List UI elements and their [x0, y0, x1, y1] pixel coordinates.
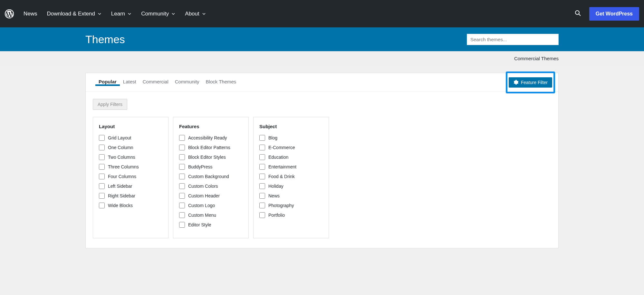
checkbox[interactable]	[99, 174, 105, 179]
chevron-down-icon	[98, 12, 101, 16]
checkbox[interactable]	[179, 164, 185, 170]
filter-label: BuddyPress	[188, 164, 212, 169]
filter-option[interactable]: Four Columns	[99, 174, 162, 179]
checkbox[interactable]	[259, 193, 265, 199]
filter-option[interactable]: E-Commerce	[259, 145, 323, 150]
chevron-down-icon	[171, 12, 175, 16]
tabs-row: Popular Latest Commercial Community Bloc…	[86, 73, 558, 92]
filter-option[interactable]: Education	[259, 154, 323, 160]
checkbox[interactable]	[259, 212, 265, 218]
checkbox[interactable]	[179, 212, 185, 218]
filter-option[interactable]: BuddyPress	[179, 164, 243, 170]
filter-label: Food & Drink	[268, 174, 295, 179]
checkbox[interactable]	[99, 145, 105, 150]
filter-option[interactable]: Right Sidebar	[99, 193, 162, 199]
chevron-down-icon	[128, 12, 131, 16]
filter-label: Three Columns	[108, 164, 139, 169]
tab-commercial[interactable]: Commercial	[139, 79, 172, 84]
checkbox[interactable]	[99, 203, 105, 208]
filter-label: Education	[268, 155, 288, 160]
filter-option[interactable]: Accessibility Ready	[179, 135, 243, 141]
wordpress-logo[interactable]	[5, 9, 14, 18]
filter-label: Holiday	[268, 184, 284, 189]
filter-option[interactable]: Grid Layout	[99, 135, 162, 141]
filter-option[interactable]: Custom Header	[179, 193, 243, 199]
filter-option[interactable]: Food & Drink	[259, 174, 323, 179]
checkbox[interactable]	[179, 154, 185, 160]
filter-group-title: Subject	[259, 124, 323, 129]
filter-option[interactable]: Custom Background	[179, 174, 243, 179]
checkbox[interactable]	[179, 203, 185, 208]
apply-filters-button[interactable]: Apply Filters	[93, 99, 127, 110]
filter-option[interactable]: Three Columns	[99, 164, 162, 170]
checkbox[interactable]	[259, 154, 265, 160]
checkbox[interactable]	[99, 135, 105, 141]
filter-option[interactable]: Custom Colors	[179, 183, 243, 189]
filter-option[interactable]: Block Editor Patterns	[179, 145, 243, 150]
filter-label: Right Sidebar	[108, 193, 135, 198]
checkbox[interactable]	[179, 145, 185, 150]
filter-option[interactable]: Block Editor Styles	[179, 154, 243, 160]
checkbox[interactable]	[259, 174, 265, 179]
tab-latest[interactable]: Latest	[120, 79, 139, 84]
page-title: Themes	[85, 33, 125, 46]
nav-download[interactable]: Download & Extend	[47, 11, 101, 17]
tab-community[interactable]: Community	[172, 79, 203, 84]
filter-option[interactable]: Entertainment	[259, 164, 323, 170]
checkbox[interactable]	[179, 135, 185, 141]
search-themes-input[interactable]	[467, 34, 559, 45]
nav-label: Community	[141, 11, 169, 17]
filter-label: Wide Blocks	[108, 203, 133, 208]
nav-news[interactable]: News	[24, 11, 37, 17]
filter-label: Grid Layout	[108, 135, 131, 140]
search-icon	[575, 10, 581, 16]
nav-label: Learn	[111, 11, 125, 17]
nav-label: News	[24, 11, 37, 17]
filter-card-layout: Layout Grid Layout One Column Two Column…	[93, 117, 168, 238]
filter-option[interactable]: News	[259, 193, 323, 199]
filter-card-subject: Subject Blog E-Commerce Education Entert…	[253, 117, 329, 238]
filter-option[interactable]: One Column	[99, 145, 162, 150]
checkbox[interactable]	[179, 222, 185, 228]
filter-option[interactable]: Portfolio	[259, 212, 323, 218]
checkbox[interactable]	[179, 193, 185, 199]
checkbox[interactable]	[259, 135, 265, 141]
filter-option[interactable]: Blog	[259, 135, 323, 141]
checkbox[interactable]	[179, 174, 185, 179]
filter-option[interactable]: Custom Logo	[179, 203, 243, 208]
filter-group-title: Features	[179, 124, 243, 129]
filter-option[interactable]: Photography	[259, 203, 323, 208]
checkbox[interactable]	[99, 154, 105, 160]
filter-group-title: Layout	[99, 124, 162, 129]
filter-option[interactable]: Holiday	[259, 183, 323, 189]
tabs-list: Popular Latest Commercial Community Bloc…	[95, 79, 239, 86]
nav-community[interactable]: Community	[141, 11, 175, 17]
checkbox[interactable]	[179, 183, 185, 189]
commercial-themes-link[interactable]: Commercial Themes	[514, 56, 559, 61]
feature-filter-button[interactable]: Feature Filter	[509, 77, 552, 88]
checkbox[interactable]	[259, 183, 265, 189]
checkbox[interactable]	[99, 183, 105, 189]
checkbox[interactable]	[259, 164, 265, 170]
filter-label: Four Columns	[108, 174, 136, 179]
filter-label: Blog	[268, 135, 277, 140]
tab-block-themes[interactable]: Block Themes	[203, 79, 240, 84]
nav-about[interactable]: About	[185, 11, 206, 17]
checkbox[interactable]	[99, 193, 105, 199]
nav-learn[interactable]: Learn	[111, 11, 131, 17]
filter-option[interactable]: Wide Blocks	[99, 203, 162, 208]
checkbox[interactable]	[259, 145, 265, 150]
search-icon-button[interactable]	[575, 10, 581, 18]
get-wordpress-button[interactable]: Get WordPress	[589, 7, 639, 21]
filter-option[interactable]: Custom Menu	[179, 212, 243, 218]
filter-option[interactable]: Two Columns	[99, 154, 162, 160]
tab-popular[interactable]: Popular	[95, 79, 120, 86]
filter-label: Portfolio	[268, 213, 285, 218]
checkbox[interactable]	[259, 203, 265, 208]
filter-option[interactable]: Left Sidebar	[99, 183, 162, 189]
checkbox[interactable]	[99, 164, 105, 170]
main-content: Popular Latest Commercial Community Bloc…	[0, 66, 644, 248]
filter-label: E-Commerce	[268, 145, 295, 150]
filter-option[interactable]: Editor Style	[179, 222, 243, 228]
svg-point-1	[575, 11, 579, 14]
